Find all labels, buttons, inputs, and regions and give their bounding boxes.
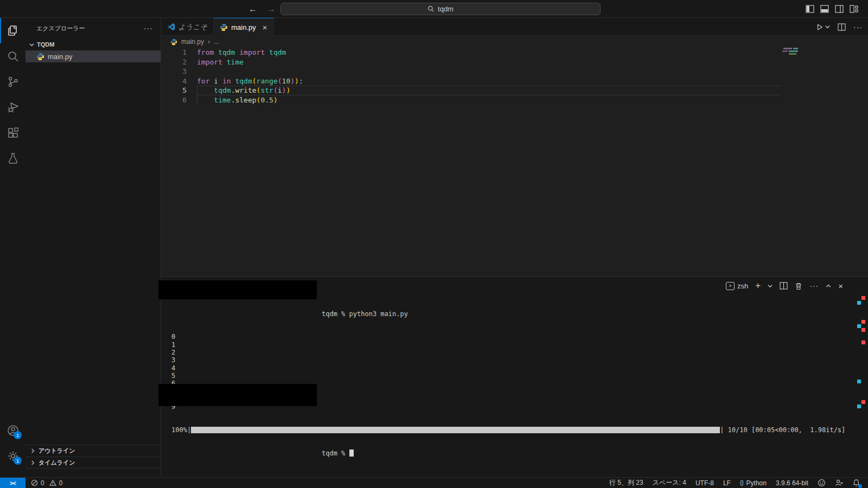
code-token: : bbox=[299, 77, 303, 85]
terminal-output-line: 5 bbox=[171, 372, 845, 380]
code-token: time bbox=[214, 96, 231, 104]
encoding-status[interactable]: UTF-8 bbox=[695, 479, 714, 487]
activity-source-control[interactable] bbox=[0, 69, 25, 94]
folder-label: TQDM bbox=[37, 41, 54, 48]
breadcrumb-more[interactable]: ... bbox=[214, 38, 219, 46]
python-interpreter-status[interactable]: 3.9.6 64-bit bbox=[776, 479, 808, 487]
terminal-overview-mark bbox=[857, 380, 861, 383]
cursor-position-status[interactable]: 行 5、列 23 bbox=[609, 478, 643, 487]
code-line: 4for i in tqdm(range(10)): bbox=[161, 76, 868, 86]
line-number: 2 bbox=[161, 57, 187, 67]
redaction-box bbox=[158, 384, 317, 406]
activity-explorer[interactable] bbox=[0, 18, 25, 43]
language-mode-status[interactable]: {} Python bbox=[740, 479, 767, 487]
terminal-overview-mark bbox=[857, 301, 861, 305]
accounts-badge: 1 bbox=[14, 431, 22, 439]
feedback-smiley-icon[interactable] bbox=[818, 479, 826, 487]
timeline-label: タイムライン bbox=[39, 459, 75, 467]
explorer-sidebar: エクスプローラー ··· TQDM main.py アウトライン タイムライン bbox=[25, 18, 161, 477]
explorer-more-actions[interactable]: ··· bbox=[144, 24, 153, 33]
activity-testing[interactable] bbox=[0, 145, 25, 171]
tqdm-progress-bar bbox=[191, 427, 720, 433]
terminal-panel[interactable]: > zsh + ··· × tqdm % python3 main.py 012… bbox=[161, 277, 868, 477]
remote-indicator[interactable]: >< bbox=[0, 478, 25, 488]
code-token bbox=[222, 58, 227, 66]
progress-prefix: 100%| bbox=[171, 426, 191, 434]
activity-search[interactable] bbox=[0, 43, 25, 69]
settings-badge: 1 bbox=[14, 457, 22, 465]
activity-extensions[interactable] bbox=[0, 120, 25, 145]
editor-more-actions[interactable]: ··· bbox=[853, 23, 863, 31]
nav-forward-icon[interactable]: → bbox=[267, 4, 276, 14]
toggle-secondary-sidebar-icon[interactable] bbox=[835, 5, 844, 13]
tab-main-py[interactable]: main.py × bbox=[214, 18, 273, 36]
terminal-command-line: tqdm % python3 main.py bbox=[171, 310, 845, 318]
maximize-panel-chevron-icon[interactable] bbox=[826, 284, 831, 288]
terminal-output-line: 0 bbox=[171, 333, 845, 341]
code-token: tqdm bbox=[269, 48, 286, 56]
split-editor-icon[interactable] bbox=[838, 23, 846, 31]
customize-layout-icon[interactable] bbox=[850, 5, 858, 13]
chevron-down-icon bbox=[28, 42, 35, 47]
close-panel-icon[interactable]: × bbox=[838, 281, 843, 291]
editor-group: ようこそ main.py × ··· bbox=[161, 18, 868, 477]
chevron-right-icon bbox=[29, 460, 36, 465]
toggle-primary-sidebar-icon[interactable] bbox=[806, 5, 814, 13]
code-line: 6 time.sleep(0.5) bbox=[161, 95, 868, 105]
activity-run-debug[interactable] bbox=[0, 94, 25, 120]
code-line: 2import time bbox=[161, 57, 868, 67]
live-share-person-icon[interactable] bbox=[835, 479, 843, 487]
indentation-status[interactable]: スペース: 4 bbox=[653, 478, 686, 487]
error-count: 0 bbox=[41, 479, 44, 487]
code-token bbox=[265, 48, 269, 56]
terminal-overview-mark bbox=[861, 341, 865, 344]
terminal-overview-mark bbox=[861, 328, 865, 332]
terminal-shell-label: zsh bbox=[737, 282, 748, 290]
code-line: 1from tqdm import tqdm bbox=[161, 48, 868, 57]
command-center-search[interactable]: tqdm bbox=[280, 3, 601, 15]
toggle-panel-icon[interactable] bbox=[820, 5, 829, 13]
code-token: tqdm bbox=[218, 48, 235, 56]
outline-section[interactable]: アウトライン bbox=[25, 445, 161, 457]
chevron-down-icon bbox=[825, 24, 830, 29]
code-token: range bbox=[257, 77, 278, 85]
terminal-overview-mark bbox=[861, 296, 865, 300]
code-line: 5 tqdm.write(str(i)) bbox=[161, 86, 868, 95]
line-number: 5 bbox=[161, 86, 187, 95]
notifications-bell[interactable] bbox=[852, 479, 860, 487]
code-token: ) bbox=[295, 77, 299, 85]
terminal-overview-mark bbox=[857, 324, 861, 328]
prompt-text: tqdm % bbox=[322, 450, 349, 457]
breadcrumb[interactable]: main.py › ... bbox=[161, 36, 868, 48]
breadcrumb-separator: › bbox=[208, 38, 210, 46]
split-terminal-icon[interactable] bbox=[780, 282, 788, 290]
activity-settings[interactable]: 1 bbox=[0, 443, 25, 468]
terminal-progress-line: 100%|| 10/10 [00:05<00:00, 1.98it/s] bbox=[171, 426, 845, 434]
breadcrumb-file[interactable]: main.py bbox=[181, 38, 204, 46]
kill-terminal-trash-icon[interactable] bbox=[795, 282, 802, 290]
redaction-box bbox=[158, 280, 317, 299]
tab-welcome[interactable]: ようこそ bbox=[161, 18, 214, 36]
sidebar-title: エクスプローラー bbox=[36, 24, 85, 33]
terminal-output-line: 2 bbox=[171, 349, 845, 356]
nav-back-icon[interactable]: ← bbox=[248, 4, 257, 14]
file-main-py[interactable]: main.py bbox=[25, 50, 161, 62]
run-python-button[interactable] bbox=[816, 23, 830, 31]
new-terminal-button[interactable]: + bbox=[755, 280, 761, 291]
terminal-tab-zsh[interactable]: > zsh bbox=[726, 282, 748, 290]
code-line: 3 bbox=[161, 67, 868, 76]
terminal-overview-mark bbox=[861, 400, 865, 404]
folder-tqdm[interactable]: TQDM bbox=[25, 38, 161, 50]
tab-close-icon[interactable]: × bbox=[263, 23, 267, 32]
activity-accounts[interactable]: 1 bbox=[0, 418, 25, 443]
terminal-more-actions[interactable]: ··· bbox=[809, 281, 819, 290]
code-token: from bbox=[197, 48, 214, 56]
terminal-launch-profile-chevron-icon[interactable] bbox=[768, 284, 773, 288]
source-control-icon bbox=[7, 75, 20, 88]
eol-status[interactable]: LF bbox=[723, 479, 731, 487]
problems-status[interactable]: 0 0 bbox=[31, 479, 62, 487]
timeline-section[interactable]: タイムライン bbox=[25, 457, 161, 468]
warning-count: 0 bbox=[59, 479, 63, 487]
code-editor[interactable]: 1from tqdm import tqdm2import time34for … bbox=[161, 48, 868, 105]
line-number: 1 bbox=[161, 48, 187, 57]
